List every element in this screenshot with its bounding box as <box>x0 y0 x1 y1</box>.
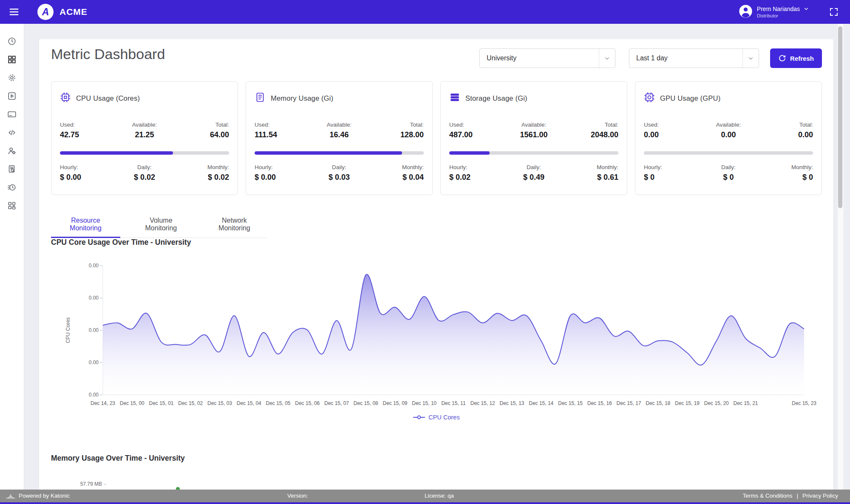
dashboard-grid-icon[interactable] <box>6 55 17 64</box>
y-axis: 0.000.000.000.000.00 <box>51 251 99 404</box>
tab-volume-monitoring[interactable]: Volume Monitoring <box>130 214 193 238</box>
tab-network-monitoring[interactable]: Network Monitoring <box>202 214 267 238</box>
settings-gear-icon[interactable] <box>6 73 17 82</box>
available-label: Available: <box>327 122 351 128</box>
usage-progress-bar <box>255 151 424 155</box>
deploy-play-icon[interactable] <box>6 91 17 101</box>
hourly-cost: $ 0 <box>644 173 700 182</box>
x-axis-tick-label: Dec 15, 12 <box>470 400 495 406</box>
y-axis-tick-mark <box>100 298 102 298</box>
chevron-down-icon <box>803 6 809 12</box>
usage-progress-fill <box>449 151 490 155</box>
daily-label: Daily: <box>721 164 736 170</box>
available-value: 1561.00 <box>520 130 547 139</box>
history-clock-icon[interactable] <box>6 183 17 192</box>
usage-progress-fill <box>255 151 402 155</box>
acme-logo-icon: A <box>37 4 54 20</box>
hourly-label: Hourly: <box>449 164 506 170</box>
x-axis-tick-label: Dec 15, 02 <box>178 400 203 406</box>
time-range-select[interactable]: Last 1 day <box>629 48 759 68</box>
daily-cost: $ 0.02 <box>134 173 155 182</box>
terms-link[interactable]: Terms & Conditions <box>742 493 792 499</box>
hourly-cost: $ 0.00 <box>60 173 116 182</box>
hourly-label: Hourly: <box>255 164 311 170</box>
gpu-usage-card: GPU Usage (GPU) Used: Available: Total: … <box>635 81 822 195</box>
card-title: Storage Usage (Gi) <box>465 94 527 102</box>
menu-icon[interactable] <box>8 6 20 17</box>
usage-progress-bar <box>60 151 229 155</box>
monthly-label: Monthly: <box>207 164 229 170</box>
y-axis-tick-mark <box>104 484 106 484</box>
y-axis-tick-mark <box>100 362 102 363</box>
monthly-label: Monthly: <box>402 164 424 170</box>
total-label: Total: <box>215 122 229 128</box>
y-axis-tick-label: 0.00 <box>89 392 99 398</box>
user-settings-icon[interactable] <box>6 146 17 156</box>
project-select-value: University <box>480 54 599 62</box>
x-axis-tick-label: Dec 15, 03 <box>207 400 232 406</box>
x-axis-tick-label: Dec 15, 08 <box>354 400 378 406</box>
document-search-icon[interactable] <box>6 164 17 174</box>
daily-label: Daily: <box>137 164 152 170</box>
y-axis-tick-mark <box>100 330 102 331</box>
x-axis-tick-label: Dec 15, 13 <box>499 400 524 406</box>
cpu-area-plot <box>103 266 804 395</box>
used-label: Used: <box>60 122 116 128</box>
x-axis-tick-label: Dec 15, 18 <box>646 400 670 406</box>
gauge-icon[interactable] <box>6 37 17 46</box>
usage-progress-fill <box>60 151 173 155</box>
available-label: Available: <box>521 122 546 128</box>
x-axis-tick-label: Dec 15, 10 <box>412 400 436 406</box>
available-value: 21.25 <box>135 130 154 139</box>
scrollbar-thumb[interactable] <box>838 26 842 208</box>
privacy-link[interactable]: Privacy Policy <box>802 493 838 499</box>
chevron-down-icon <box>599 49 615 68</box>
total-value: 0.00 <box>798 130 813 139</box>
used-label: Used: <box>449 122 506 128</box>
memory-icon <box>255 92 266 105</box>
x-axis-tick-label: Dec 15, 21 <box>733 400 758 406</box>
monthly-cost: $ 0.61 <box>597 173 618 182</box>
available-value: 0.00 <box>721 130 736 139</box>
hourly-label: Hourly: <box>644 164 700 170</box>
monthly-label: Monthly: <box>597 164 618 170</box>
monthly-label: Monthly: <box>791 164 813 170</box>
chart-legend[interactable]: CPU Cores <box>51 414 822 421</box>
monthly-cost: $ 0.04 <box>402 173 424 182</box>
x-axis-tick-label: Dec 15, 17 <box>616 400 641 406</box>
daily-cost: $ 0.49 <box>523 173 544 182</box>
footer-bar: Powered by Katonic Version: License: qa … <box>0 490 850 502</box>
user-menu[interactable]: Prem Nariandas Distributor <box>739 4 809 20</box>
y-axis-tick-label: 57.79 MB <box>51 481 102 487</box>
daily-cost: $ 0 <box>723 173 734 182</box>
x-axis-tick-label: Dec 15, 20 <box>704 400 729 406</box>
x-axis-tick-label: Dec 15, 01 <box>149 400 173 406</box>
x-axis-tick-label: Dec 15, 15 <box>558 400 583 406</box>
apps-lock-icon[interactable] <box>6 201 17 210</box>
refresh-icon <box>778 54 786 62</box>
brand-logo: A ACME <box>37 4 88 20</box>
metric-dashboard-app: A ACME Prem Nariandas Distributor <box>0 0 850 504</box>
used-value: 42.75 <box>60 130 116 139</box>
cpu-chart-title: CPU Core Usage Over Time - University <box>51 238 191 247</box>
console-icon[interactable] <box>6 110 17 119</box>
navbar-right: Prem Nariandas Distributor <box>739 4 839 20</box>
tab-resource-monitoring[interactable]: Resource Monitoring <box>51 214 120 238</box>
code-icon[interactable] <box>6 128 17 137</box>
available-label: Available: <box>716 122 741 128</box>
project-select[interactable]: University <box>479 48 615 68</box>
footer-divider: | <box>796 493 798 499</box>
storage-usage-card: Storage Usage (Gi) Used: Available: Tota… <box>440 81 627 195</box>
x-axis-tick-label: Dec 15, 05 <box>266 400 290 406</box>
storage-icon <box>449 92 460 105</box>
fullscreen-icon[interactable] <box>829 7 839 17</box>
refresh-button[interactable]: Refresh <box>770 48 822 68</box>
y-axis-tick-label: 0.00 <box>89 295 99 301</box>
available-label: Available: <box>132 122 157 128</box>
y-axis-tick-label: 0.00 <box>89 263 99 269</box>
brand-name: ACME <box>60 7 88 17</box>
time-range-select-value: Last 1 day <box>629 54 742 62</box>
chevron-down-icon <box>742 49 759 68</box>
cpu-usage-chart: CPU Cores 0.000.000.000.000.00 Dec 14, 2… <box>51 251 822 426</box>
refresh-button-label: Refresh <box>790 55 814 62</box>
